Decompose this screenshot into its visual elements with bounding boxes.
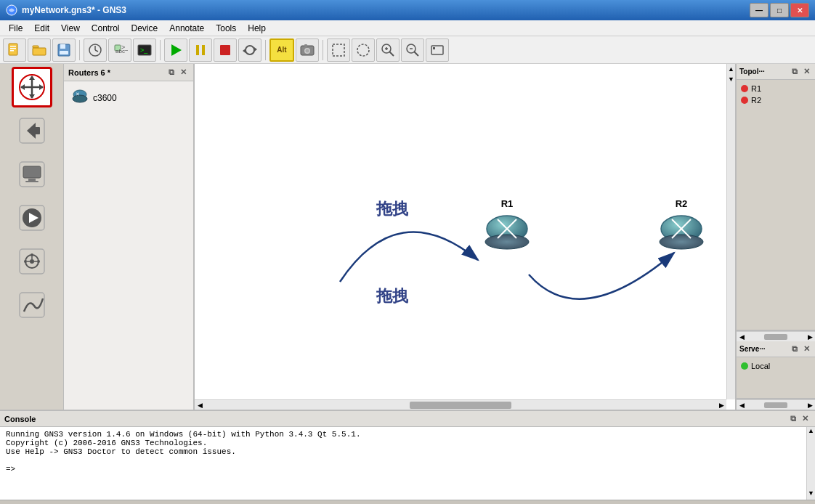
screenshot-button[interactable] xyxy=(296,38,319,62)
server-item-local[interactable]: Local xyxy=(739,360,812,372)
menu-annotate[interactable]: Annotate xyxy=(163,22,210,35)
console-vscroll-up[interactable]: ▲ xyxy=(807,427,815,437)
cable-tool[interactable] xyxy=(12,285,52,325)
select-all-button[interactable] xyxy=(327,38,350,62)
close-button[interactable]: ✕ xyxy=(790,3,809,17)
server-panel: Serve··· ⧉ ✕ Local xyxy=(737,341,815,399)
right-panels: Topol··· ⧉ ✕ R1 R2 ◀ xyxy=(735,64,815,410)
vscroll-down[interactable]: ▼ xyxy=(727,74,735,84)
topology-close-button[interactable]: ✕ xyxy=(800,66,812,78)
title-bar: myNetwork.gns3* - GNS3 — □ ✕ xyxy=(0,0,815,20)
console-line-3: Use Help -> GNS3 Doctor to detect common… xyxy=(6,447,800,456)
server-hscroll-right[interactable]: ▶ xyxy=(805,402,815,409)
console-close-button[interactable]: ✕ xyxy=(799,413,811,425)
svg-rect-27 xyxy=(304,44,307,46)
device-panel-close-button[interactable]: ✕ xyxy=(177,67,189,78)
play-tool[interactable] xyxy=(12,198,52,238)
menu-control[interactable]: Control xyxy=(86,22,126,35)
menu-help[interactable]: Help xyxy=(242,22,272,35)
alt-button[interactable]: Alt xyxy=(269,38,294,62)
minimize-button[interactable]: — xyxy=(750,3,769,17)
device-panel-title: Routers 6 * xyxy=(68,68,166,77)
fit-screen-button[interactable] xyxy=(426,38,449,62)
svg-rect-48 xyxy=(34,127,40,134)
svg-marker-23 xyxy=(243,49,246,53)
move-tool[interactable] xyxy=(12,67,52,107)
select-shape-button[interactable] xyxy=(352,38,375,62)
console-vscroll[interactable]: ▲ ▼ xyxy=(806,427,815,500)
console-resize-handle[interactable] xyxy=(0,500,815,504)
server-hscroll-thumb[interactable] xyxy=(764,402,787,408)
server-panel-content: Local xyxy=(737,357,815,375)
hscroll-thumb[interactable] xyxy=(410,402,512,409)
device-panel-float-button[interactable]: ⧉ xyxy=(166,67,177,78)
menu-edit[interactable]: Edit xyxy=(28,22,55,35)
device-c3600[interactable]: ✕ c3600 xyxy=(67,84,190,111)
start-all-button[interactable] xyxy=(164,38,187,62)
console-line-4 xyxy=(6,456,800,465)
device-panel-header: Routers 6 * ⧉ ✕ xyxy=(64,64,193,81)
vscroll-up[interactable]: ▲ xyxy=(727,64,735,74)
go-back-tool[interactable] xyxy=(12,110,52,151)
console-content[interactable]: Running GNS3 version 1.4.6 on Windows (6… xyxy=(0,427,806,500)
topo-item-R2[interactable]: R2 xyxy=(739,94,812,106)
server-hscroll-track[interactable] xyxy=(747,402,805,409)
device-c3600-label: c3600 xyxy=(93,93,117,103)
svg-rect-50 xyxy=(23,166,41,178)
topo-hscroll-track[interactable] xyxy=(747,333,805,341)
network-tool[interactable] xyxy=(12,241,52,282)
server-float-button[interactable]: ⧉ xyxy=(789,344,800,355)
canvas-hscroll[interactable]: ◀ ▶ xyxy=(195,399,726,410)
menu-file[interactable]: File xyxy=(3,22,28,35)
topo-item-R1[interactable]: R1 xyxy=(739,83,812,94)
server-hscroll[interactable]: ◀ ▶ xyxy=(737,399,815,410)
toolbar: abc >_ >_ xyxy=(0,36,815,64)
topo-hscroll[interactable]: ◀ ▶ xyxy=(737,331,815,341)
topo-hscroll-left[interactable]: ◀ xyxy=(737,333,747,341)
new-button[interactable] xyxy=(3,38,26,62)
hscroll-left[interactable]: ◀ xyxy=(195,400,205,410)
app-icon xyxy=(6,4,17,16)
svg-point-58 xyxy=(30,259,34,264)
router-R2[interactable]: R2 xyxy=(656,198,707,251)
menu-tools[interactable]: Tools xyxy=(210,22,242,35)
menu-view[interactable]: View xyxy=(55,22,86,35)
topo-hscroll-thumb[interactable] xyxy=(764,334,787,340)
console-float-button[interactable]: ⧉ xyxy=(787,413,799,425)
svg-rect-3 xyxy=(10,48,16,49)
open-button[interactable] xyxy=(28,38,51,62)
maximize-button[interactable]: □ xyxy=(770,3,789,17)
zoom-out-button[interactable] xyxy=(401,38,424,62)
svg-point-60 xyxy=(37,260,40,263)
svg-rect-21 xyxy=(220,45,230,55)
server-panel-title: Serve··· xyxy=(739,345,789,353)
device-tool[interactable] xyxy=(12,154,52,195)
stop-all-button[interactable] xyxy=(214,38,237,62)
hscroll-right[interactable]: ▶ xyxy=(716,400,726,410)
canvas-vscroll[interactable]: ▲ ▼ xyxy=(726,64,735,399)
save-button[interactable] xyxy=(52,38,76,62)
svg-point-29 xyxy=(357,44,369,56)
server-hscroll-left[interactable]: ◀ xyxy=(737,402,747,409)
annotate-button[interactable]: abc >_ xyxy=(108,38,131,62)
hscroll-track[interactable] xyxy=(205,402,716,409)
zoom-in-button[interactable] xyxy=(376,38,400,62)
snapshot-button[interactable] xyxy=(84,38,107,62)
pause-all-button[interactable] xyxy=(189,38,212,62)
menu-device[interactable]: Device xyxy=(126,22,164,35)
topology-float-button[interactable]: ⧉ xyxy=(789,66,800,78)
topo-hscroll-right[interactable]: ▶ xyxy=(805,333,815,341)
server-close-button[interactable]: ✕ xyxy=(800,344,812,355)
svg-point-67 xyxy=(73,95,87,102)
reload-button[interactable] xyxy=(238,38,261,62)
main-area: Routers 6 * ⧉ ✕ ✕ c3600 xyxy=(0,64,815,410)
svg-rect-52 xyxy=(25,181,38,182)
terminal-button[interactable]: >_ xyxy=(133,38,156,62)
console-vscroll-down[interactable]: ▼ xyxy=(807,489,815,500)
router-R2-icon xyxy=(656,211,707,251)
drag-label-2: 拖拽 xyxy=(376,285,408,307)
canvas-area[interactable]: 拖拽 拖拽 R1 xyxy=(195,64,735,410)
router-R1[interactable]: R1 xyxy=(482,198,532,251)
svg-point-75 xyxy=(660,235,703,249)
console-vscroll-track[interactable] xyxy=(807,437,815,489)
